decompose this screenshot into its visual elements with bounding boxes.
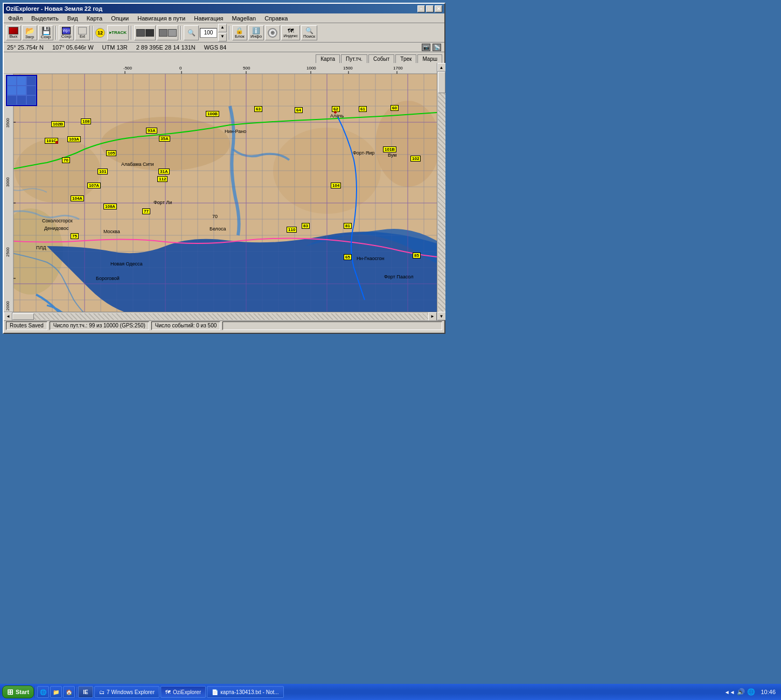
zoom-in-button[interactable]: 🔍 bbox=[184, 25, 199, 40]
svg-rect-55 bbox=[4, 63, 437, 74]
close-button[interactable]: ✕ bbox=[435, 5, 442, 12]
toolbar-sep-3 bbox=[131, 26, 132, 40]
tab-track[interactable]: Трек bbox=[395, 54, 416, 63]
tray-network-icon[interactable]: 🌐 bbox=[747, 688, 755, 696]
coord-lon: 107° 05.646r W bbox=[52, 44, 94, 51]
start-button[interactable]: ⊞ Start bbox=[2, 685, 34, 698]
quick-launch: 🌐 📁 🏠 bbox=[37, 686, 75, 698]
exit-button[interactable]: Вых bbox=[6, 25, 21, 40]
win-taskbar: ⊞ Start 🌐 📁 🏠 IE 🗂 7 Windows Explorer 🗺 … bbox=[0, 684, 781, 700]
toolbar-sep-2 bbox=[92, 26, 93, 40]
language-indicator[interactable]: IE bbox=[78, 686, 93, 698]
menu-magellan[interactable]: Magellan bbox=[230, 15, 259, 22]
routes-saved-text: Routes Saved bbox=[10, 323, 44, 328]
waypoints-text: Число пут.тч.: 99 из 10000 (GPS:250) bbox=[53, 323, 145, 328]
menu-nav[interactable]: Навигация bbox=[192, 15, 225, 22]
menu-select[interactable]: Выделить bbox=[29, 15, 61, 22]
status-bar: Routes Saved Число пут.тч.: 99 из 10000 … bbox=[4, 320, 444, 330]
track-counter: 12 bbox=[95, 28, 105, 38]
taskbar-notepad[interactable]: 📄 карта-130413.txt - Not... bbox=[207, 686, 283, 698]
taskbar-explorer-label: 7 Windows Explorer bbox=[107, 689, 155, 695]
svg-text:500: 500 bbox=[243, 66, 250, 71]
coord-utm: UTM 13R bbox=[102, 44, 128, 51]
menu-view[interactable]: Вид bbox=[65, 15, 80, 22]
tray-volume-icon[interactable]: 🔊 bbox=[737, 688, 745, 696]
svg-text:3500: 3500 bbox=[5, 118, 10, 128]
coords-bar: 25° 25.754r N 107° 05.646r W UTM 13R 2 8… bbox=[4, 43, 444, 52]
info-button[interactable]: ℹ️ Инфо bbox=[248, 25, 264, 40]
menu-bar: Файл Выделить Вид Карта Опции Навигация … bbox=[4, 13, 444, 23]
events-panel: Число событий: 0 из 500 bbox=[151, 321, 220, 330]
zoom-down-button[interactable]: ▼ bbox=[218, 33, 227, 41]
zoom-controls: 🔍 ▲ ▼ bbox=[184, 24, 227, 41]
tab-route[interactable]: Марш bbox=[417, 54, 442, 63]
title-bar: OziExplorer - Новая Земля 22 год − □ ✕ bbox=[4, 4, 444, 13]
scrollbar-vertical[interactable]: ▲ ▼ bbox=[437, 63, 445, 320]
scrollbar-horizontal[interactable]: ◄ ► bbox=[4, 312, 437, 320]
quick-ie-button[interactable]: 🌐 bbox=[37, 686, 49, 698]
scale-2-button[interactable] bbox=[157, 25, 178, 40]
scroll-track-h[interactable] bbox=[12, 313, 428, 320]
toolbar-sep-4 bbox=[180, 26, 182, 40]
waypoint-dot-alach bbox=[334, 111, 337, 114]
title-bar-buttons: − □ ✕ bbox=[417, 5, 442, 12]
menu-file[interactable]: Файл bbox=[6, 15, 25, 22]
zoom-up-button[interactable]: ▲ bbox=[218, 24, 227, 32]
menu-options[interactable]: Опции bbox=[109, 15, 131, 22]
taskbar-oziexplorer[interactable]: 🗺 OziExplorer bbox=[161, 686, 206, 698]
toolbar-sep-1 bbox=[55, 26, 57, 40]
zoom-input[interactable] bbox=[200, 28, 217, 38]
map-tabs-bar: Карта Пут.тч. Событ Трек Марш bbox=[4, 52, 444, 63]
coord-datum: WGS 84 bbox=[204, 44, 227, 51]
menu-nav-route[interactable]: Навигация в пути bbox=[135, 15, 187, 22]
empty-panel bbox=[222, 321, 442, 330]
map-area[interactable]: -500 0 500 1000 1500 1700 3500 3000 2500… bbox=[4, 63, 445, 320]
scale-1-button[interactable] bbox=[134, 25, 156, 40]
compass-button[interactable]: ⊕ bbox=[265, 25, 280, 40]
gps-controls: 📷 📡 bbox=[422, 44, 441, 51]
maximize-button[interactable]: □ bbox=[426, 5, 434, 12]
tab-events[interactable]: Событ bbox=[368, 54, 394, 63]
scroll-down-button[interactable]: ▼ bbox=[437, 312, 446, 320]
minimize-button[interactable]: − bbox=[417, 5, 425, 12]
taskbar-notepad-label: карта-130413.txt - Not... bbox=[220, 689, 278, 695]
scroll-right-button[interactable]: ► bbox=[428, 312, 437, 321]
waypoints-panel: Число пут.тч.: 99 из 10000 (GPS:250) bbox=[50, 321, 149, 330]
routes-saved-panel: Routes Saved bbox=[6, 321, 47, 330]
svg-text:2000: 2000 bbox=[5, 301, 10, 311]
quick-folder-button[interactable]: 📁 bbox=[50, 686, 62, 698]
scroll-thumb-h[interactable] bbox=[12, 313, 34, 320]
tab-waypoints[interactable]: Пут.тч. bbox=[341, 54, 367, 63]
search-button[interactable]: 🔍 Поиск bbox=[301, 25, 317, 40]
tab-karta[interactable]: Карта bbox=[316, 54, 340, 63]
scroll-thumb-v[interactable] bbox=[438, 72, 445, 93]
menu-help[interactable]: Справка bbox=[262, 15, 290, 22]
load-button[interactable]: 📂 Загр bbox=[22, 25, 37, 40]
waypoint-button[interactable]: Wpт Сохр bbox=[59, 25, 74, 40]
app-window: OziExplorer - Новая Земля 22 год − □ ✕ Ф… bbox=[3, 3, 445, 334]
taskbar-tray: ◄◄ 🔊 🌐 10:46 bbox=[724, 688, 779, 696]
start-label: Start bbox=[16, 689, 29, 695]
taskbar-sep-1 bbox=[35, 687, 36, 697]
scroll-up-button[interactable]: ▲ bbox=[437, 63, 446, 72]
taskbar-ozi-label: OziExplorer bbox=[173, 689, 201, 695]
events-text: Число событий: 0 из 500 bbox=[155, 323, 217, 328]
scroll-track-v[interactable] bbox=[438, 72, 445, 312]
scroll-left-button[interactable]: ◄ bbox=[4, 312, 12, 321]
quick-home-button[interactable]: 🏠 bbox=[63, 686, 75, 698]
menu-map[interactable]: Карта bbox=[85, 15, 104, 22]
coord-grid: 2 89 395E 28 14 131N bbox=[136, 44, 196, 51]
taskbar-clock: 10:46 bbox=[757, 688, 779, 696]
ext-button[interactable]: Ext bbox=[75, 25, 90, 40]
svg-text:1500: 1500 bbox=[343, 66, 353, 71]
save-button[interactable]: 💾 Сохр bbox=[38, 25, 53, 40]
taskbar-sep-2 bbox=[76, 687, 77, 697]
track-nav-button[interactable]: ▸TRACK bbox=[107, 25, 129, 40]
svg-text:2500: 2500 bbox=[5, 247, 10, 257]
svg-text:3000: 3000 bbox=[5, 177, 10, 187]
svg-rect-69 bbox=[4, 74, 13, 320]
taskbar-windows-explorer[interactable]: 🗂 7 Windows Explorer bbox=[94, 686, 159, 698]
block-button[interactable]: 🔒 Блок bbox=[232, 25, 247, 40]
index-button[interactable]: 🗺 Индекс bbox=[281, 25, 300, 40]
zoom-arrows: ▲ ▼ bbox=[218, 24, 227, 41]
